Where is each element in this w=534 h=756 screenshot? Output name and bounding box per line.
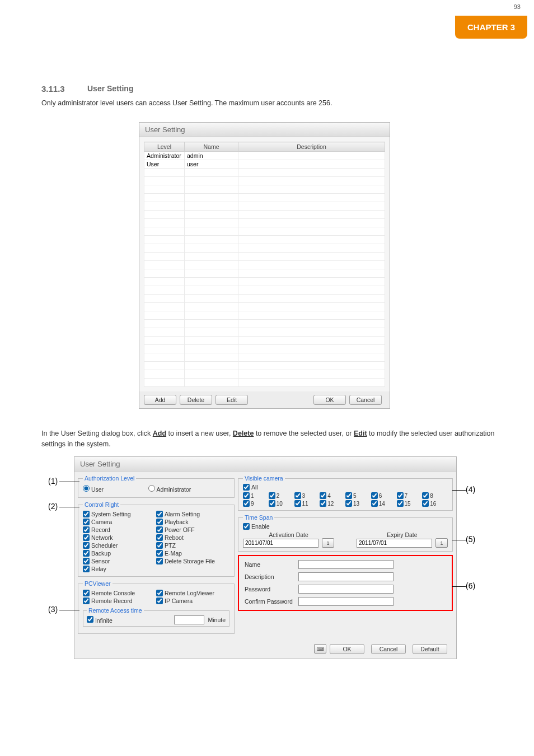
cb-playback[interactable]: Playback — [156, 518, 229, 526]
table-row — [144, 202, 385, 211]
radio-admin[interactable]: Administrator — [148, 485, 191, 493]
cb-ip-camera[interactable]: IP Camera — [156, 597, 229, 605]
legend-pcviewer: PCViewer — [83, 580, 113, 587]
callout-6: (6) — [466, 581, 475, 590]
cb-camera-13[interactable]: 13 — [345, 500, 371, 507]
cb-e-map[interactable]: E-Map — [156, 549, 229, 557]
cb-camera-1[interactable]: 1 — [243, 492, 269, 499]
callout-5: (5) — [466, 535, 475, 544]
legend-rat: Remote Access time — [87, 607, 144, 614]
table-row — [144, 194, 385, 202]
cb-enable-label: Enable — [251, 523, 270, 530]
cb-infinite[interactable]: Infinite — [87, 616, 113, 624]
legend-visible: Visible camera — [243, 475, 285, 482]
cb-camera-10[interactable]: 10 — [269, 500, 294, 507]
calendar-icon[interactable]: 1 — [435, 538, 448, 548]
callout-3: (3) — [48, 605, 58, 614]
cb-camera-8[interactable]: 8 — [422, 492, 448, 499]
table-row[interactable]: Administratoradmin — [144, 152, 385, 160]
credential-fields-highlight: Name Description Password Confirm Passwo… — [238, 555, 453, 611]
minute-label: Minute — [208, 617, 226, 623]
cb-record[interactable]: Record — [83, 526, 156, 534]
cb-network[interactable]: Network — [83, 534, 156, 542]
ok-button2[interactable]: OK — [330, 644, 364, 654]
cb-camera-3[interactable]: 3 — [294, 492, 320, 499]
table-row — [144, 236, 385, 244]
cb-enable[interactable]: Enable — [243, 523, 448, 530]
cb-camera-6[interactable]: 6 — [371, 492, 397, 499]
t3: to remove the selected user, or — [256, 430, 354, 437]
fieldset-auth-level: Authorization Level User Administrator — [78, 475, 235, 498]
user-table: Level Name Description Administratoradmi… — [144, 142, 385, 387]
table-row — [144, 244, 385, 253]
table-row — [144, 261, 385, 269]
cancel-button[interactable]: Cancel — [349, 395, 382, 405]
legend-auth: Authorization Level — [83, 475, 136, 482]
cb-ptz[interactable]: PTZ — [156, 542, 229, 549]
cb-camera-9[interactable]: 9 — [243, 500, 269, 507]
name-input[interactable] — [298, 560, 394, 569]
cb-camera-2[interactable]: 2 — [269, 492, 294, 499]
cb-remote-console[interactable]: Remote Console — [83, 589, 156, 597]
cb-power-off[interactable]: Power OFF — [156, 526, 229, 534]
ok-button[interactable]: OK — [313, 395, 346, 405]
cpw-input[interactable] — [298, 597, 394, 606]
cancel-button2[interactable]: Cancel — [371, 644, 406, 654]
cb-camera-11[interactable]: 11 — [294, 500, 320, 507]
add-button[interactable]: Add — [144, 395, 176, 405]
table-row — [144, 278, 385, 286]
table-row — [144, 370, 385, 379]
cb-reboot[interactable]: Reboot — [156, 534, 229, 542]
cb-camera-4[interactable]: 4 — [320, 492, 345, 499]
cb-all[interactable]: All — [243, 484, 448, 491]
default-button[interactable]: Default — [413, 644, 447, 654]
cb-camera[interactable]: Camera — [83, 518, 156, 526]
table-row — [144, 328, 385, 337]
table-row — [144, 269, 385, 278]
activation-date-input[interactable] — [243, 539, 318, 548]
fieldset-remote-access-time: Remote Access time Infinite Minute — [83, 607, 229, 627]
table-row[interactable]: Useruser — [144, 160, 385, 169]
cb-relay[interactable]: Relay — [83, 565, 156, 573]
name-label: Name — [242, 559, 295, 570]
cb-sensor[interactable]: Sensor — [83, 557, 156, 565]
cb-all-label: All — [251, 484, 258, 491]
calendar-icon[interactable]: 1 — [322, 538, 334, 548]
cb-alarm-setting[interactable]: Alarm Setting — [156, 510, 229, 518]
user-setting-table-screenshot: User Setting Level Name Description Admi… — [139, 122, 390, 409]
minute-input[interactable] — [174, 615, 204, 624]
table-row — [144, 211, 385, 219]
edit-button[interactable]: Edit — [216, 395, 248, 405]
paragraph-below: In the User Setting dialog box, click Ad… — [41, 428, 500, 450]
cb-remote-record[interactable]: Remote Record — [83, 597, 156, 605]
callout-2: (2) — [48, 502, 58, 511]
pw-input[interactable] — [298, 585, 394, 594]
keyboard-icon[interactable]: ⌨ — [314, 644, 326, 654]
cb-delete-storage-file[interactable]: Delete Storage File — [156, 557, 229, 565]
cb-camera-7[interactable]: 7 — [397, 492, 423, 499]
desc-input[interactable] — [298, 572, 394, 581]
cb-camera-12[interactable]: 12 — [320, 500, 345, 507]
cb-camera-14[interactable]: 14 — [371, 500, 397, 507]
cb-scheduler[interactable]: Scheduler — [83, 542, 156, 549]
t-edit: Edit — [354, 430, 367, 437]
expiry-date-input[interactable] — [357, 539, 432, 548]
col-name: Name — [185, 142, 238, 152]
table-row — [144, 177, 385, 185]
table-row — [144, 379, 385, 387]
credential-fields: Name Description Password Confirm Passwo… — [241, 558, 397, 608]
cb-camera-16[interactable]: 16 — [422, 500, 448, 507]
cb-camera-15[interactable]: 15 — [397, 500, 423, 507]
delete-button[interactable]: Delete — [180, 395, 212, 405]
cb-camera-5[interactable]: 5 — [345, 492, 371, 499]
table-row — [144, 303, 385, 311]
cb-system-setting[interactable]: System Setting — [83, 510, 156, 518]
intro-text: Only administrator level users can acces… — [41, 99, 500, 109]
cb-backup[interactable]: Backup — [83, 549, 156, 557]
section-title: User Setting — [87, 84, 133, 93]
table-row — [144, 320, 385, 328]
section-number: 3.11.3 — [41, 84, 65, 94]
radio-user[interactable]: User — [83, 485, 104, 493]
fieldset-pcviewer: PCViewer Remote Console Remote LogViewer… — [78, 580, 235, 634]
cb-remote-logviewer[interactable]: Remote LogViewer — [156, 589, 229, 597]
